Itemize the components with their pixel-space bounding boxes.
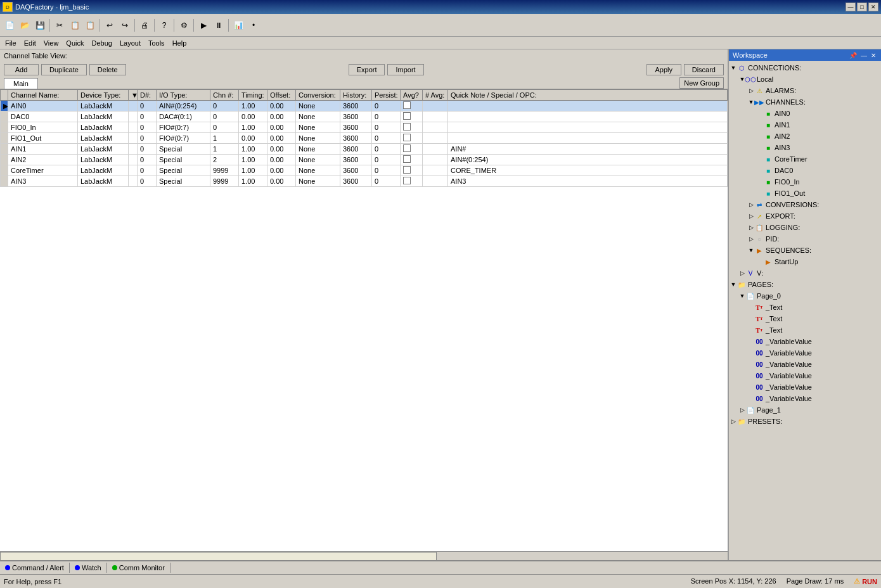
alarms-expand-icon[interactable]: ▷ (748, 87, 754, 94)
timing-cell[interactable]: 1.00 (239, 101, 267, 112)
menu-layout[interactable]: Layout (116, 38, 145, 48)
import-button[interactable]: Import (387, 64, 423, 75)
tree-startup[interactable]: ▶ StartUp (730, 256, 880, 267)
chn-num-cell[interactable]: 0 (210, 101, 239, 112)
device-type-cell[interactable]: LabJackM (78, 155, 129, 165)
io-type-cell[interactable]: AIN#(0:254) (157, 101, 210, 112)
bottom-tab-command[interactable]: Command / Alert (0, 563, 70, 573)
dnum-cell[interactable]: 0 (138, 144, 157, 155)
persist-cell[interactable]: 0 (372, 112, 401, 122)
chn-num-cell[interactable]: 0 (210, 112, 239, 122)
navg-cell[interactable] (423, 122, 448, 133)
avg-cell[interactable] (401, 165, 423, 176)
io-type-cell[interactable]: DAC#(0:1) (157, 112, 210, 122)
avg-checkbox[interactable] (403, 101, 411, 109)
ws-pin-button[interactable]: 📌 (848, 52, 858, 59)
tree-text2[interactable]: TT _Text (730, 313, 880, 324)
pages-expand-icon[interactable]: ▼ (730, 281, 736, 288)
avg-checkbox[interactable] (403, 144, 411, 152)
note-cell[interactable] (448, 133, 728, 144)
dnum-cell[interactable]: 0 (138, 165, 157, 176)
channel-name-cell[interactable]: CoreTimer (8, 165, 78, 176)
persist-cell[interactable]: 0 (372, 176, 401, 187)
delete-button[interactable]: Delete (89, 64, 126, 75)
table-row[interactable]: DAC0LabJackM0DAC#(0:1)00.000.00None36000 (1, 112, 728, 122)
sort-cell[interactable] (129, 133, 138, 144)
pause-button[interactable]: ⏸ (212, 18, 226, 32)
note-cell[interactable] (448, 101, 728, 112)
dot-button[interactable]: • (247, 18, 260, 32)
cut-button[interactable]: ✂ (53, 18, 67, 32)
copy-button[interactable]: 📋 (68, 18, 82, 32)
col-dnum[interactable]: D#: (138, 90, 157, 101)
sort-cell[interactable] (129, 165, 138, 176)
table-row[interactable]: AIN1LabJackM0Special11.000.00None36000AI… (1, 144, 728, 155)
open-button[interactable]: 📂 (18, 18, 32, 32)
history-cell[interactable]: 3600 (340, 133, 372, 144)
offset-cell[interactable]: 0.00 (267, 122, 296, 133)
note-cell[interactable] (448, 122, 728, 133)
io-type-cell[interactable]: FIO#(0:7) (157, 122, 210, 133)
settings-button[interactable]: ⚙ (177, 18, 191, 32)
col-avg[interactable]: Avg? (401, 90, 423, 101)
conversion-cell[interactable]: None (296, 101, 340, 112)
tree-ain0[interactable]: ■ AIN0 (730, 108, 880, 119)
tree-v[interactable]: ▷ V V: (730, 267, 880, 279)
channel-name-cell[interactable]: AIN1 (8, 144, 78, 155)
dnum-cell[interactable]: 0 (138, 122, 157, 133)
tree-conversions[interactable]: ▷ ⇄ CONVERSIONS: (730, 199, 880, 210)
sort-cell[interactable] (129, 176, 138, 187)
device-type-cell[interactable]: LabJackM (78, 165, 129, 176)
avg-cell[interactable] (401, 122, 423, 133)
col-sort[interactable]: ▼ (129, 90, 138, 101)
undo-button[interactable]: ↩ (103, 18, 117, 32)
avg-checkbox[interactable] (403, 112, 411, 120)
device-type-cell[interactable]: LabJackM (78, 112, 129, 122)
timing-cell[interactable]: 1.00 (239, 155, 267, 165)
tree-local[interactable]: ▼ ⬡⬡ Local (730, 74, 880, 85)
persist-cell[interactable]: 0 (372, 155, 401, 165)
bottom-tab-watch[interactable]: Watch (70, 563, 107, 573)
chn-num-cell[interactable]: 0 (210, 122, 239, 133)
device-type-cell[interactable]: LabJackM (78, 101, 129, 112)
export-button[interactable]: Export (349, 64, 385, 75)
table-row[interactable]: AIN3LabJackM0Special99991.000.00None3600… (1, 176, 728, 187)
channels-expand-icon[interactable]: ▼ (748, 99, 754, 105)
note-cell[interactable]: AIN# (448, 144, 728, 155)
avg-checkbox[interactable] (403, 166, 411, 174)
avg-cell[interactable] (401, 144, 423, 155)
offset-cell[interactable]: 0.00 (267, 165, 296, 176)
device-type-cell[interactable]: LabJackM (78, 133, 129, 144)
persist-cell[interactable]: 0 (372, 144, 401, 155)
offset-cell[interactable]: 0.00 (267, 144, 296, 155)
tree-varval3[interactable]: 00 _VariableValue (730, 359, 880, 370)
help-button[interactable]: ? (157, 18, 171, 32)
avg-cell[interactable] (401, 101, 423, 112)
col-timing[interactable]: Timing: (239, 90, 267, 101)
persist-cell[interactable]: 0 (372, 165, 401, 176)
conversion-cell[interactable]: None (296, 165, 340, 176)
tree-ain2[interactable]: ■ AIN2 (730, 131, 880, 142)
menu-debug[interactable]: Debug (87, 38, 115, 48)
avg-checkbox[interactable] (403, 177, 411, 184)
timing-cell[interactable]: 0.00 (239, 112, 267, 122)
timing-cell[interactable]: 1.00 (239, 176, 267, 187)
close-button[interactable]: ✕ (868, 3, 878, 11)
pid-expand-icon[interactable]: ▷ (748, 236, 754, 242)
export-expand-icon[interactable]: ▷ (748, 213, 754, 219)
chart-button[interactable]: 📊 (231, 18, 245, 32)
conversion-cell[interactable]: None (296, 133, 340, 144)
history-cell[interactable]: 3600 (340, 144, 372, 155)
col-chn-num[interactable]: Chn #: (210, 90, 239, 101)
tree-pages[interactable]: ▼ 📁 PAGES: (730, 279, 880, 290)
apply-button[interactable]: Apply (646, 64, 681, 75)
sequences-expand-icon[interactable]: ▼ (748, 247, 754, 253)
navg-cell[interactable] (423, 165, 448, 176)
chn-num-cell[interactable]: 9999 (210, 165, 239, 176)
chn-num-cell[interactable]: 9999 (210, 176, 239, 187)
tree-dac0[interactable]: ■ DAC0 (730, 165, 880, 176)
chn-num-cell[interactable]: 1 (210, 144, 239, 155)
connections-expand-icon[interactable]: ▼ (730, 65, 736, 71)
dnum-cell[interactable]: 0 (138, 133, 157, 144)
timing-cell[interactable]: 1.00 (239, 122, 267, 133)
